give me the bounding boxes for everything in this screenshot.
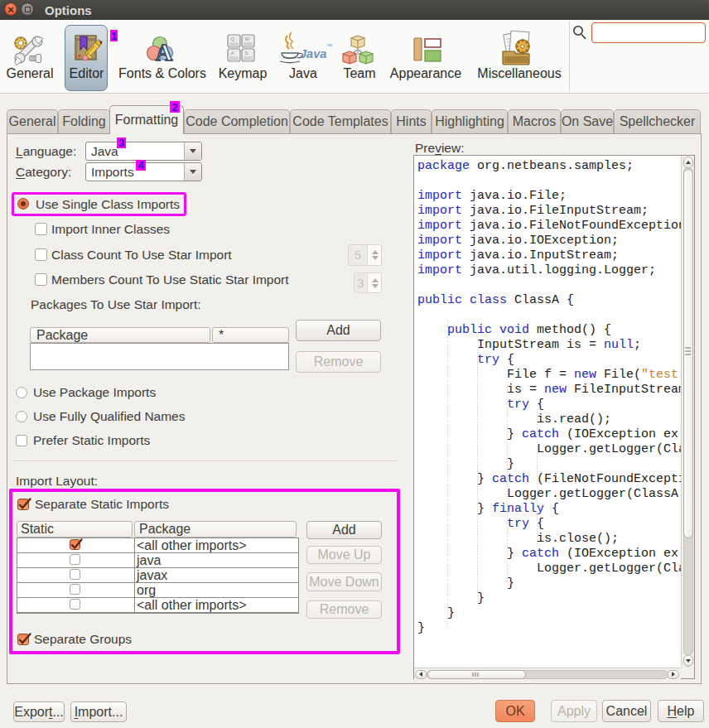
svg-text:W: W (245, 36, 250, 41)
svg-text:A: A (231, 51, 234, 55)
svg-text:™: ™ (326, 43, 332, 49)
svg-text:Q: Q (231, 36, 235, 41)
svg-text:Java: Java (300, 47, 326, 60)
svg-text:S: S (245, 51, 248, 55)
svg-text:A: A (156, 39, 173, 65)
